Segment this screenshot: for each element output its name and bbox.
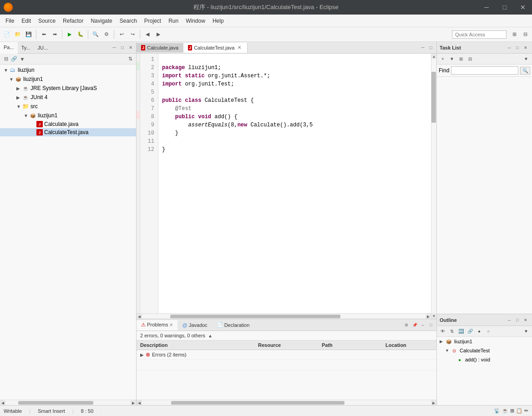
toolbar-btn-7[interactable]: ↪ [127, 30, 137, 40]
menu-refactor[interactable]: Refactor [59, 16, 87, 26]
outline-static-btn[interactable]: ○ [484, 327, 492, 336]
tree-item-junit[interactable]: ▶ ☕ JUnit 4 [0, 93, 136, 102]
editor-vscroll-track[interactable] [431, 59, 436, 313]
tl-arrow-btn[interactable]: ▼ [522, 55, 530, 63]
tree-item-src[interactable]: ▼ 📁 src [0, 102, 136, 111]
toolbar-perspective-btn[interactable]: ⊞ [509, 30, 519, 40]
bottom-view-menu-btn[interactable]: ⚙ [403, 321, 410, 329]
menu-project[interactable]: Project [141, 16, 165, 26]
menu-run[interactable]: Run [165, 16, 182, 26]
bottom-hscroll-thumb[interactable] [171, 401, 345, 405]
outline-minimize-btn[interactable]: ─ [506, 316, 513, 324]
menu-help[interactable]: Help [209, 16, 228, 26]
expand-errors-arrow[interactable]: ▶ [140, 352, 144, 357]
toolbar-btn-2[interactable]: ⬅ [39, 30, 49, 40]
tasklist-close-btn[interactable]: ✕ [522, 44, 529, 51]
bottom-minimize-btn[interactable]: ─ [419, 321, 426, 329]
editor-vscroll-down[interactable]: ▼ [431, 313, 436, 319]
left-hscroll-thumb[interactable] [18, 401, 93, 405]
bottom-hscroll-track[interactable] [142, 400, 431, 405]
tree-item-jre[interactable]: ▶ ☕ JRE System Library [JavaS [0, 84, 136, 93]
toolbar-open-btn[interactable]: 📁 [13, 30, 23, 40]
tab-junit[interactable]: JU... [34, 42, 52, 53]
tab-problems[interactable]: ⚠ Problems ✕ [137, 320, 177, 331]
left-hscroll-left[interactable]: ◀ [0, 400, 5, 405]
menu-window[interactable]: Window [182, 16, 209, 26]
editor-maximize-btn[interactable]: □ [427, 44, 435, 51]
left-panel-hscroll[interactable]: ◀ ▶ [0, 400, 136, 405]
collapse-all-btn[interactable]: ⊟ [2, 55, 10, 63]
editor-hscroll[interactable]: ◀ ▶ [137, 313, 431, 319]
quick-access-input[interactable] [452, 30, 507, 39]
close-button[interactable]: ✕ [514, 0, 532, 15]
bottom-hscroll-left[interactable]: ◀ [137, 400, 142, 405]
editor-hscroll-track[interactable] [142, 314, 426, 319]
tree-view-menu-btn[interactable]: ▼ [18, 55, 26, 63]
editor-vscroll[interactable]: ▲ ▼ [431, 54, 436, 319]
tl-dropdown-btn[interactable]: ▼ [448, 55, 456, 63]
col-path[interactable]: Path [318, 341, 382, 349]
outline-fields-btn[interactable]: ● [475, 327, 483, 336]
close-calculatetest-tab[interactable]: ✕ [236, 45, 243, 51]
link-editor-btn[interactable]: 🔗 [10, 55, 18, 63]
toolbar-layout-btn[interactable]: ⊟ [520, 30, 530, 40]
tab-javadoc[interactable]: @ Javadoc [177, 321, 212, 330]
toolbar-save-btn[interactable]: 💾 [24, 30, 34, 40]
toolbar-btn-6[interactable]: ↩ [117, 30, 127, 40]
editor-minimize-btn[interactable]: ─ [419, 44, 426, 51]
outline-maximize-btn[interactable]: □ [514, 316, 521, 324]
editor-vscroll-up[interactable]: ▲ [431, 54, 436, 59]
outline-item-class[interactable]: ▼ ⊙ CalculateTest [437, 346, 532, 355]
outline-sort-btn[interactable]: ⇅ [448, 327, 456, 336]
outline-hide-btn[interactable]: 👁 [439, 327, 447, 336]
find-search-btn[interactable]: 🔍 [520, 67, 530, 75]
tree-item-project[interactable]: ▼ 📦 liuzijun1 [0, 75, 136, 84]
code-editor[interactable]: 1 2 3 4 5 6 7 8 9 10 11 12 package [137, 54, 431, 313]
maximize-button[interactable]: □ [496, 0, 514, 15]
col-location[interactable]: Location [382, 341, 436, 349]
outline-item-method[interactable]: ▶ ● add() : void [437, 355, 532, 364]
tab-calculate[interactable]: J Calculate.java [137, 43, 183, 52]
editor-hscroll-left[interactable]: ◀ [137, 314, 142, 319]
tl-filter-btn[interactable]: ⊞ [457, 55, 465, 63]
toolbar-debug-btn[interactable]: 🐛 [76, 30, 86, 40]
find-input[interactable] [451, 66, 518, 75]
problems-row-errors[interactable]: ▶ ⊗ Errors (2 items) [137, 350, 436, 360]
tree-item-calculatetest[interactable]: ▶ J CalculateTest.java [0, 128, 136, 136]
tree-sort-btn[interactable]: ⇅ [126, 55, 134, 63]
outline-menu-btn[interactable]: ▼ [522, 327, 530, 336]
left-hscroll-right[interactable]: ▶ [131, 400, 136, 405]
menu-file[interactable]: File [2, 16, 18, 26]
code-content[interactable]: package liuzijun1; import static org.jun… [158, 54, 431, 313]
menu-edit[interactable]: Edit [18, 16, 35, 26]
outline-filter-btn[interactable]: 🔤 [457, 327, 465, 336]
bottom-hscroll[interactable]: ◀ ▶ [137, 400, 436, 405]
tree-item-workspace[interactable]: ▼ 🗂 liuzijun [0, 65, 136, 75]
tab-declaration[interactable]: 📄 Declaration [212, 320, 254, 330]
tasklist-maximize-btn[interactable]: □ [514, 44, 521, 51]
tree-item-package[interactable]: ▼ 📦 liuzijun1 [0, 111, 136, 120]
outline-sync-btn[interactable]: 🔗 [466, 327, 474, 336]
panel-minimize-btn[interactable]: ─ [111, 44, 118, 51]
menu-search[interactable]: Search [116, 16, 141, 26]
tl-col-btn[interactable]: ⊟ [466, 55, 474, 63]
col-resource[interactable]: Resource [254, 341, 318, 349]
bottom-hscroll-right[interactable]: ▶ [431, 400, 436, 405]
panel-close-btn[interactable]: ✕ [127, 44, 134, 51]
bottom-maximize-btn[interactable]: □ [427, 321, 435, 329]
toolbar-btn-8[interactable]: ◀ [142, 30, 152, 40]
col-description[interactable]: Description [137, 341, 254, 349]
bottom-pin-btn[interactable]: 📌 [411, 321, 418, 329]
left-hscroll-track[interactable] [5, 400, 131, 405]
toolbar-btn-5[interactable]: ⚙ [101, 30, 111, 40]
editor-hscroll-thumb[interactable] [170, 315, 340, 318]
panel-maximize-btn[interactable]: □ [119, 44, 126, 51]
tree-item-calculate[interactable]: ▶ J Calculate.java [0, 120, 136, 128]
tab-package-explorer[interactable]: Pa... [0, 42, 18, 54]
toolbar-btn-4[interactable]: 🔍 [91, 30, 101, 40]
outline-item-package[interactable]: ▶ 📦 liuzijun1 [437, 337, 532, 346]
menu-source[interactable]: Source [35, 16, 59, 26]
editor-hscroll-right[interactable]: ▶ [426, 314, 431, 319]
editor-vscroll-thumb[interactable] [431, 72, 436, 123]
minimize-button[interactable]: ─ [477, 0, 496, 15]
